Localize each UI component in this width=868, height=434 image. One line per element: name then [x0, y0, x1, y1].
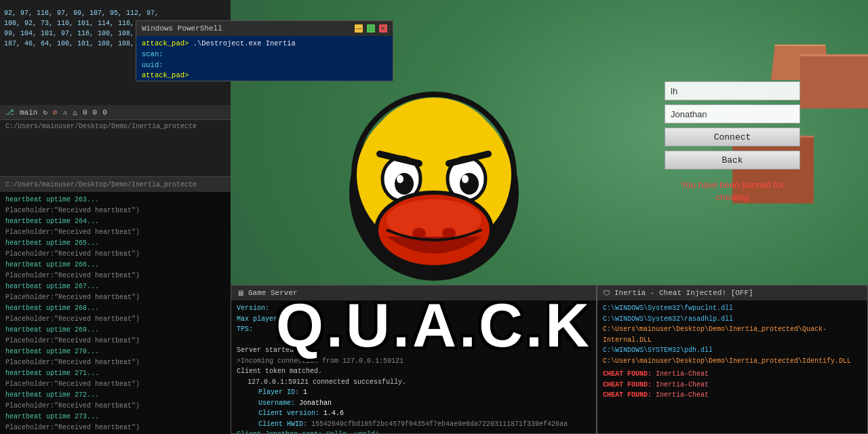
file-path-bar: C:/Users/mainuser/Desktop/Demo/Inertia_p… [0, 120, 231, 132]
cheat-titlebar: 🛡 Inertia - Cheat Injected! [OFF] [597, 285, 867, 300]
gs-hwid-label: Client HWID: [258, 420, 307, 428]
gs-playerid-value: 1 [303, 389, 307, 396]
gs-token: Client token matched. [237, 366, 591, 377]
zero-alerts: 0 [102, 108, 107, 117]
t-line-10: Placeholder:"Received heartbeat") [5, 292, 225, 303]
t-line-18: Placeholder:"Received heartbeat") [5, 379, 225, 390]
gs-hwid: Client HWID: 15542649cfbd105f2bc4579f043… [237, 419, 591, 430]
gs-titlebar: 🖥 Game Server [231, 285, 596, 300]
gs-playerid-label: Player ID: [258, 389, 299, 396]
gs-clientver-label: Client version: [258, 410, 319, 417]
dll-line-2: C:\WINDOWS\System32\rasadhlp.dll [603, 314, 862, 325]
gs-client-sent: Client Jonathan sent: Hello, world! [237, 429, 591, 434]
t-line-16: Placeholder:"Received heartbeat") [5, 357, 225, 368]
gs-incoming-text: >Incoming connection from 127.0.0.1:5912… [237, 357, 403, 365]
gs-blank [237, 335, 591, 346]
gs-content: Version: Max players: TPS: Server starte… [231, 300, 596, 434]
ps-line-3: uuid: [142, 60, 387, 71]
powershell-title: Windows PowerShell [142, 24, 222, 33]
powershell-window: Windows PowerShell — □ ✕ attack_pad> .\D… [136, 20, 393, 81]
ps-uuid-label: uuid: [142, 61, 163, 69]
back-button[interactable]: Back [665, 151, 800, 170]
ps-prompt-1: attack_pad> [142, 39, 189, 47]
ban-message: You have been banned forcheating [665, 179, 800, 203]
t-line-7: heartbeat uptime 266... [5, 260, 225, 271]
file-path-text: C:/Users/mainuser/Desktop/Demo/Inertia_p… [5, 123, 197, 130]
t-line-17: heartbeat uptime 271... [5, 368, 225, 379]
gs-playerid: Player ID: 1 [237, 387, 591, 398]
close-button[interactable]: ✕ [379, 24, 387, 33]
gs-maxplayers-label: Max players: [237, 315, 285, 323]
server-address-field[interactable] [665, 81, 800, 100]
terminal-header: C:/Users/mainuser/Desktop/Demo/Inertia_p… [0, 177, 231, 192]
terminal-path: C:/Users/mainuser/Desktop/Demo/Inertia_p… [5, 181, 197, 189]
username-field[interactable] [665, 104, 800, 123]
cheat-icon: 🛡 [603, 289, 610, 298]
ps-prompt-2: attack_pad> [142, 71, 189, 79]
t-line-14: Placeholder:"Received heartbeat") [5, 336, 225, 347]
branch-name: main [20, 108, 37, 117]
gs-connected: 127.0.0.1:59121 connected successfully. [237, 377, 591, 388]
t-line-3: heartbeat uptime 264... [5, 216, 225, 227]
zero-warnings: 0 [93, 108, 98, 117]
code-line-1: 92, 97, 116, 97, 99, 107, 95, 112, 97, [4, 8, 226, 18]
maximize-button[interactable]: □ [367, 24, 375, 33]
cheat-found-2: CHEAT FOUND: Inertia-Cheat [603, 380, 862, 391]
ps-line-4: attack_pad> [142, 71, 387, 81]
error-count: ⊘ [53, 108, 58, 117]
dll-line-5: C:\Users\mainuser\Desktop\Demo\Inertia_p… [603, 356, 862, 367]
t-line-21: heartbeat uptime 273... [5, 412, 225, 422]
t-line-2: Placeholder:"Received heartbeat") [5, 205, 225, 216]
gs-incoming: >Incoming connection from 127.0.0.1:5912… [237, 356, 591, 367]
cheat-title: Inertia - Cheat Injected! [OFF] [614, 289, 753, 297]
terminal-bottom-left: C:/Users/mainuser/Desktop/Demo/Inertia_p… [0, 176, 231, 434]
dll-line-4: C:\WINDOWS\SYSTEM32\pdh.dll [603, 345, 862, 356]
t-line-13: heartbeat uptime 269... [5, 325, 225, 336]
t-line-20: Placeholder:"Received heartbeat") [5, 401, 225, 412]
alert-count: △ [73, 108, 77, 117]
gs-icon: 🖥 [237, 289, 244, 298]
gs-tps-label: TPS: [237, 326, 253, 333]
dll-line-1: C:\WINDOWS\System32\fwpuclnt.dll [603, 303, 862, 314]
t-line-22: Placeholder:"Received heartbeat") [5, 422, 225, 433]
t-line-8: Placeholder:"Received heartbeat") [5, 271, 225, 281]
t-line-15: heartbeat uptime 270... [5, 347, 225, 357]
powershell-content: attack_pad> .\Destroject.exe Inertia sca… [136, 36, 393, 81]
t-line-5: heartbeat uptime 265... [5, 238, 225, 249]
gs-clientver: Client version: 1.4.6 [237, 408, 591, 419]
t-line-6: Placeholder:"Received heartbeat") [5, 249, 225, 260]
cheat-panel: 🛡 Inertia - Cheat Injected! [OFF] C:\WIN… [597, 285, 868, 434]
ps-scan-label: scan: [142, 50, 163, 58]
gs-username-value: Jonathan [299, 399, 332, 407]
t-line-19: heartbeat uptime 272... [5, 390, 225, 401]
gs-title: Game Server [248, 289, 298, 297]
gs-server-started: Server started... [237, 345, 591, 356]
ps-line-1: attack_pad> .\Destroject.exe Inertia [142, 39, 387, 50]
gs-maxplayers: Max players: [237, 314, 591, 325]
t-line-9: heartbeat uptime 267... [5, 281, 225, 292]
t-line-4: Placeholder:"Received heartbeat") [5, 227, 225, 238]
t-line-12: Placeholder:"Received heartbeat") [5, 314, 225, 325]
vscode-toolbar: ⎇ main ↻ ⊘ ⚠ △ 0 0 0 [0, 105, 231, 120]
branch-icon: ⎇ [5, 108, 14, 117]
connect-button[interactable]: Connect [665, 127, 800, 146]
cheat-found-1: CHEAT FOUND: Inertia-Cheat [603, 369, 862, 380]
t-line-1: heartbeat uptime 263... [5, 195, 225, 205]
ps-line-2: scan: [142, 50, 387, 60]
powershell-titlebar: Windows PowerShell — □ ✕ [136, 21, 393, 36]
refresh-icon[interactable]: ↻ [43, 108, 47, 117]
terminal-content: heartbeat uptime 263... Placeholder:"Rec… [0, 192, 231, 434]
game-server-terminal: 🖥 Game Server Version: Max players: TPS:… [231, 285, 597, 434]
gs-hwid-value: 15542649cfbd105f2bc4579f04354f7eb4ae9e0d… [311, 420, 568, 428]
minimize-button[interactable]: — [355, 24, 363, 33]
ps-cmd-text: .\Destroject.exe Inertia [193, 39, 296, 47]
zero-errors: 0 [83, 108, 87, 117]
cheat-content: C:\WINDOWS\System32\fwpuclnt.dll C:\WIND… [597, 300, 867, 403]
login-ui: Connect Back You have been banned forche… [665, 81, 800, 203]
gs-tps: TPS: [237, 324, 591, 335]
cheat-found-3: CHEAT FOUND: Inertia-Cheat [603, 390, 862, 401]
warning-count: ⚠ [63, 108, 68, 117]
gs-clientver-value: 1.4.6 [323, 410, 344, 417]
gs-version: Version: [237, 303, 591, 314]
gs-version-label: Version: [237, 304, 269, 312]
